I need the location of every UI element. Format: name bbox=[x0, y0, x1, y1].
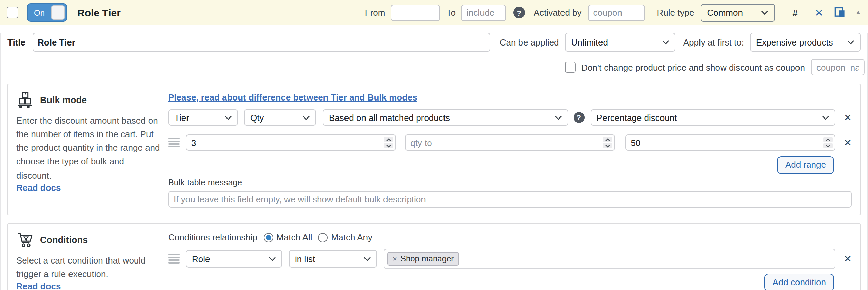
collapse-rule-icon[interactable]: ▲ bbox=[855, 10, 861, 16]
to-label: To bbox=[446, 7, 455, 18]
chevron-down-icon bbox=[761, 10, 768, 15]
rule-type-select[interactable]: Common bbox=[700, 4, 775, 21]
range-from-input[interactable] bbox=[186, 134, 396, 151]
conditions-panel: Conditions Select a cart condition that … bbox=[7, 223, 861, 290]
cart-filter-icon bbox=[16, 231, 34, 249]
number-stepper[interactable] bbox=[384, 137, 393, 148]
conditions-description: Select a cart condition that would trigg… bbox=[16, 254, 160, 282]
bulk-read-docs-link[interactable]: Read docs bbox=[16, 182, 61, 193]
can-be-applied-label: Can be applied bbox=[500, 37, 559, 47]
bulk-mode-select[interactable]: Tier bbox=[168, 109, 238, 126]
bulk-mode-body: Please, read about difference between Ti… bbox=[168, 91, 852, 208]
range-to-field bbox=[405, 134, 615, 151]
chevron-down-icon bbox=[224, 115, 232, 120]
rule-type-value: Common bbox=[707, 7, 743, 18]
drag-handle-icon[interactable] bbox=[168, 138, 180, 147]
can-be-applied-select[interactable]: Unlimited bbox=[565, 33, 676, 52]
duplicate-rule-icon[interactable] bbox=[834, 7, 846, 18]
conditions-relationship-row: Conditions relationship Match All Match … bbox=[168, 232, 852, 242]
match-any-radio[interactable] bbox=[318, 233, 328, 242]
chevron-down-icon bbox=[363, 256, 371, 261]
help-icon[interactable]: ? bbox=[513, 7, 525, 18]
apply-at-first-select[interactable]: Expensive products bbox=[750, 33, 861, 52]
from-date-input[interactable] bbox=[391, 4, 440, 21]
stepper-down-icon[interactable] bbox=[603, 143, 612, 148]
remove-range-icon[interactable]: ✕ bbox=[844, 138, 852, 147]
bulk-mode-heading: Bulk mode bbox=[40, 95, 87, 105]
bulk-measure-select[interactable]: Qty bbox=[244, 109, 316, 126]
from-label: From bbox=[365, 7, 386, 18]
number-stepper[interactable] bbox=[824, 137, 833, 148]
show-as-coupon-checkbox[interactable] bbox=[565, 62, 576, 73]
show-as-coupon-label: Don't change product price and show disc… bbox=[581, 62, 805, 72]
bulk-mode-panel: Bulk mode Enter the discount amount base… bbox=[7, 84, 861, 215]
coupon-row: Don't change product price and show disc… bbox=[7, 59, 865, 75]
rule-body: Title Can be applied Unlimited Apply at … bbox=[0, 33, 868, 290]
bulk-range-row: ✕ bbox=[168, 134, 852, 151]
stepper-up-icon[interactable] bbox=[824, 137, 833, 142]
range-discount-input[interactable] bbox=[625, 134, 835, 151]
remove-bulk-row-icon[interactable]: ✕ bbox=[844, 113, 852, 122]
remove-condition-icon[interactable]: ✕ bbox=[844, 254, 852, 264]
match-all-radio[interactable] bbox=[263, 233, 273, 242]
add-range-row: Add range bbox=[168, 156, 834, 174]
chevron-down-icon bbox=[269, 256, 276, 261]
bulk-discount-type-select[interactable]: Percentage discount bbox=[590, 109, 835, 126]
rule-enabled-toggle[interactable]: On bbox=[27, 3, 67, 22]
bulk-based-on-select[interactable]: Based on all matched products bbox=[323, 109, 568, 126]
conditions-relationship-label: Conditions relationship bbox=[168, 232, 257, 242]
range-from-field bbox=[186, 134, 396, 151]
discount-rule-editor: On Role Tier From To ? Activated by Rule… bbox=[0, 0, 868, 290]
chevron-down-icon bbox=[822, 115, 830, 120]
rule-select-checkbox[interactable] bbox=[7, 7, 18, 18]
match-all-label: Match All bbox=[276, 232, 312, 242]
tier-bulk-difference-link[interactable]: Please, read about difference between Ti… bbox=[168, 92, 417, 103]
title-input[interactable] bbox=[32, 33, 490, 52]
rule-id-hash-icon[interactable]: # bbox=[792, 7, 798, 18]
condition-values-field[interactable]: × Shop manager bbox=[384, 249, 836, 269]
condition-type-select[interactable]: Role bbox=[186, 250, 282, 268]
stepper-down-icon[interactable] bbox=[824, 143, 833, 148]
delete-rule-icon[interactable]: ✕ bbox=[815, 7, 823, 18]
remove-tag-icon[interactable]: × bbox=[393, 255, 397, 263]
help-icon[interactable]: ? bbox=[573, 112, 584, 123]
condition-row: Role in list × Shop m bbox=[168, 249, 852, 269]
add-range-button[interactable]: Add range bbox=[777, 156, 834, 174]
coupon-name-input[interactable] bbox=[811, 59, 865, 75]
bulk-table-message-input[interactable] bbox=[168, 191, 852, 208]
activated-by-input[interactable] bbox=[588, 4, 645, 21]
bulk-type-row: Tier Qty Based on all matched products bbox=[168, 109, 852, 126]
chevron-down-icon bbox=[554, 115, 562, 120]
add-condition-button[interactable]: Add condition bbox=[764, 274, 834, 290]
condition-operator-select[interactable]: in list bbox=[289, 250, 377, 268]
activated-by-label: Activated by bbox=[534, 7, 582, 18]
add-condition-row: Add condition bbox=[168, 274, 834, 290]
bulk-mode-sidebar: Bulk mode Enter the discount amount base… bbox=[16, 91, 160, 208]
to-date-input[interactable] bbox=[461, 4, 506, 21]
range-to-input[interactable] bbox=[405, 134, 615, 151]
bulk-boxes-icon bbox=[16, 91, 34, 109]
title-label: Title bbox=[7, 37, 25, 47]
title-row: Title Can be applied Unlimited Apply at … bbox=[7, 33, 861, 52]
stepper-down-icon[interactable] bbox=[384, 143, 393, 148]
bulk-mode-description: Enter the discount amount based on the n… bbox=[16, 114, 160, 182]
range-discount-field bbox=[625, 134, 835, 151]
conditions-heading: Conditions bbox=[40, 235, 88, 245]
drag-handle-icon[interactable] bbox=[168, 254, 180, 264]
stepper-up-icon[interactable] bbox=[384, 137, 393, 142]
toggle-on-label: On bbox=[28, 4, 51, 21]
conditions-read-docs-link[interactable]: Read docs bbox=[16, 282, 61, 290]
chevron-down-icon bbox=[662, 40, 670, 44]
rule-header-bar: On Role Tier From To ? Activated by Rule… bbox=[0, 0, 868, 25]
match-any-label: Match Any bbox=[331, 232, 372, 242]
apply-at-first-label: Apply at first to: bbox=[683, 37, 744, 47]
conditions-body: Conditions relationship Match All Match … bbox=[168, 231, 852, 290]
rule-title-text: Role Tier bbox=[77, 7, 121, 18]
toggle-knob bbox=[51, 5, 65, 20]
number-stepper[interactable] bbox=[603, 137, 612, 148]
rule-type-label: Rule type bbox=[657, 7, 694, 18]
chevron-down-icon bbox=[847, 40, 854, 44]
bulk-table-message-label: Bulk table message bbox=[168, 178, 852, 187]
stepper-up-icon[interactable] bbox=[603, 137, 612, 142]
selected-role-tag[interactable]: × Shop manager bbox=[387, 252, 459, 266]
